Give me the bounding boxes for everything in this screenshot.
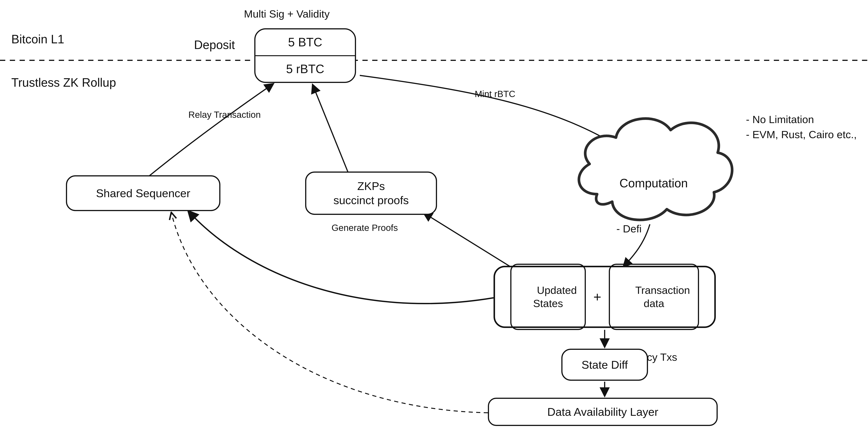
deposit-top-caption: Multi Sig + Validity [244,7,330,20]
shared-sequencer-node: Shared Sequencer [66,175,220,211]
zkp-label: ZKPs succinct proofs [333,179,409,207]
deposit-rbtc-value: 5 rBTC [255,56,355,82]
cloud-side-note-1: - EVM, Rust, Cairo etc., [746,128,857,141]
edge-label-generate: Generate Proofs [332,223,398,233]
edge-label-relay: Relay Transaction [188,109,261,120]
layer-label-l1: Bitcoin L1 [11,32,64,47]
edge-label-mint: Mint rBTC [475,89,516,99]
deposit-box: 5 BTC 5 rBTC [254,28,356,83]
cloud-title: Computation [616,175,691,191]
cloud-side-note-0: - No Limitation [746,113,814,126]
shared-sequencer-label: Shared Sequencer [96,186,190,200]
da-layer-node: Data Availability Layer [488,398,718,426]
updated-states-box: Updated States [510,264,586,330]
updated-states-label: Updated States [533,284,577,309]
layer-label-l2: Trustless ZK Rollup [11,76,116,90]
zkp-node: ZKPs succinct proofs [305,172,437,215]
cloud-item-0: - Defi [616,222,691,236]
da-layer-label: Data Availability Layer [547,405,658,419]
state-diff-node: State Diff [561,349,648,381]
state-diff-label: State Diff [582,358,628,372]
deposit-btc-value: 5 BTC [255,29,355,55]
tx-data-label: Transaction data [635,284,690,309]
states-plus: + [590,289,605,305]
deposit-side-label: Deposit [194,38,235,52]
states-container: Updated States + Transaction data [494,266,716,328]
tx-data-box: Transaction data [609,264,699,330]
computation-cloud: Computation - Defi - Liquidity Pools - S… [569,106,738,226]
